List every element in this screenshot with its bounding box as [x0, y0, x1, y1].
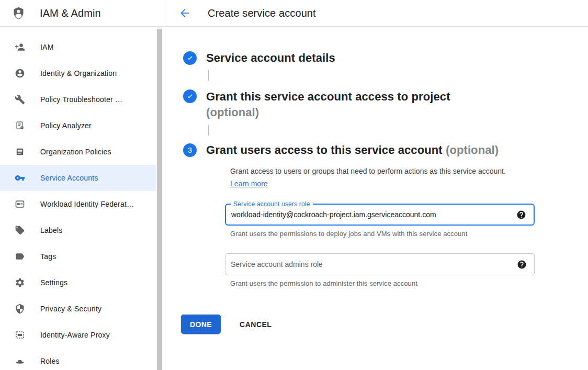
account-circle-icon [15, 68, 25, 79]
arrow-left-icon [178, 13, 191, 21]
wizard: Service account details Grant this servi… [164, 27, 588, 334]
sidebar-item-label: Policy Troubleshooter … [40, 95, 122, 104]
sidebar-item-roles[interactable]: Roles [0, 348, 156, 370]
step-2-complete-icon [183, 89, 197, 103]
wizard-actions: DONE CANCEL [181, 315, 588, 334]
wrench-icon [15, 94, 25, 105]
shield-icon [15, 304, 25, 314]
users-role-field: Service account users role [225, 204, 535, 226]
service-account-key-icon [15, 173, 25, 183]
iam-shield-icon [12, 6, 26, 20]
step-3-description: Grant access to users or groups that nee… [230, 165, 515, 190]
sidebar-scrollbar-thumb[interactable] [157, 29, 162, 370]
sidebar-item-label: Roles [40, 357, 60, 365]
sidebar-item-labels[interactable]: Labels [0, 217, 156, 243]
sidebar-item-label: Organization Policies [40, 148, 111, 156]
step-2-optional-label: (optional) [206, 106, 259, 119]
roles-hat-icon [15, 356, 25, 366]
sidebar-item-label: Tags [40, 252, 56, 261]
help-icon [516, 210, 526, 220]
label-icon [15, 225, 25, 236]
help-button[interactable] [516, 210, 526, 220]
step-3-header: 3 Grant users access to this service acc… [183, 143, 588, 158]
sidebar-item-label: Service Accounts [40, 174, 98, 182]
step-3-body: Grant access to users or groups that nee… [225, 165, 588, 287]
sidebar-item-label: IAM [40, 43, 54, 51]
sidebar-item-policy-analyzer[interactable]: Policy Analyzer [0, 113, 156, 139]
admins-role-helper-text: Grant users the permission to administer… [230, 279, 588, 287]
step-connector [208, 125, 209, 136]
step-2-title: Grant this service account access to pro… [206, 89, 450, 120]
sidebar-scrollbar-track [157, 27, 162, 370]
person-add-icon [15, 42, 25, 52]
help-button[interactable] [517, 260, 527, 270]
sidebar-nav: IAM Identity & Organization Policy Troub… [0, 27, 164, 370]
main-panel: Create service account Service account d… [164, 0, 588, 370]
gear-icon [15, 277, 25, 288]
sidebar-item-identity-aware-proxy[interactable]: Identity-Aware Proxy [0, 322, 156, 348]
help-icon [517, 260, 527, 270]
learn-more-link[interactable]: Learn more [230, 180, 268, 188]
sidebar-title: IAM & Admin [40, 7, 101, 19]
step-2-header[interactable]: Grant this service account access to pro… [183, 89, 588, 120]
users-role-input[interactable] [226, 210, 516, 219]
sidebar-item-label: Settings [40, 278, 67, 287]
users-role-helper-text: Grant users the permissions to deploy jo… [230, 230, 588, 238]
step-1-complete-icon [183, 51, 197, 65]
step-1-header[interactable]: Service account details [183, 51, 588, 65]
sidebar-item-settings[interactable]: Settings [0, 270, 156, 296]
sidebar: IAM & Admin IAM Identity & Organization [0, 0, 164, 370]
cancel-button[interactable]: CANCEL [236, 320, 275, 329]
sidebar-item-identity-organization[interactable]: Identity & Organization [0, 60, 156, 86]
org-policies-icon [15, 147, 25, 157]
step-1-title: Service account details [206, 51, 335, 65]
sidebar-item-iam[interactable]: IAM [0, 34, 156, 60]
sidebar-item-policy-troubleshooter[interactable]: Policy Troubleshooter … [0, 86, 156, 113]
proxy-icon [15, 330, 25, 340]
page-title: Create service account [208, 7, 316, 19]
admins-role-input[interactable] [225, 260, 517, 268]
step-3-optional-label: (optional) [446, 143, 499, 156]
sidebar-item-label: Policy Analyzer [40, 121, 92, 130]
step-3-number-badge: 3 [183, 143, 197, 157]
sidebar-item-label: Identity-Aware Proxy [40, 331, 110, 339]
sidebar-item-tags[interactable]: Tags [0, 243, 156, 270]
sidebar-header: IAM & Admin [0, 0, 164, 27]
step-3-title: Grant users access to this service accou… [206, 143, 499, 158]
step-connector [208, 70, 209, 81]
sidebar-item-workload-identity-federation[interactable]: Workload Identity Federat… [0, 191, 156, 217]
sidebar-item-organization-policies[interactable]: Organization Policies [0, 139, 156, 165]
users-role-field-label: Service account users role [231, 200, 313, 208]
admins-role-field [225, 253, 535, 275]
page-header: Create service account [164, 0, 588, 27]
policy-analyzer-icon [15, 120, 25, 131]
gcp-console: IAM & Admin IAM Identity & Organization [0, 0, 588, 370]
sidebar-item-service-accounts[interactable]: Service Accounts [0, 165, 156, 191]
tag-icon [15, 251, 25, 262]
sidebar-item-label: Workload Identity Federat… [40, 200, 134, 208]
sidebar-item-label: Labels [40, 226, 62, 234]
sidebar-item-privacy-security[interactable]: Privacy & Security [0, 296, 156, 322]
workload-identity-card-icon [15, 199, 25, 209]
done-button[interactable]: DONE [181, 315, 221, 334]
sidebar-item-label: Privacy & Security [40, 305, 101, 313]
back-button[interactable] [178, 7, 191, 19]
sidebar-item-label: Identity & Organization [40, 69, 117, 77]
